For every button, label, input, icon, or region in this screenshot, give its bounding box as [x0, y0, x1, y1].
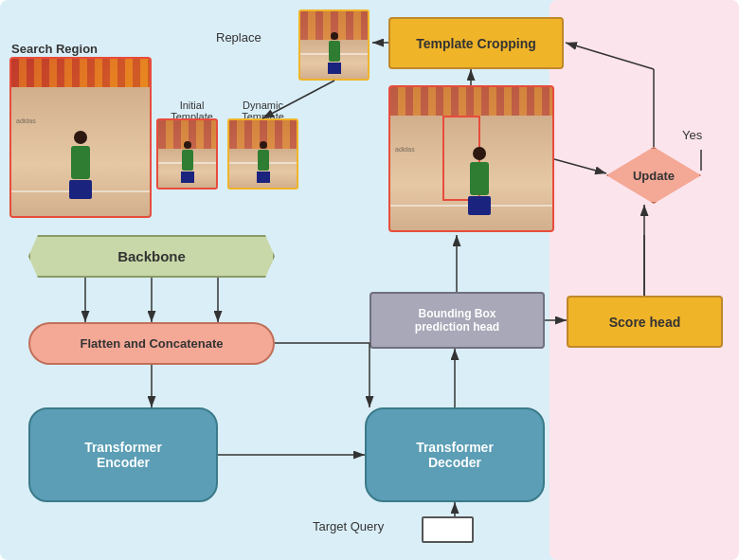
template-cropping-box: Template Cropping [388, 17, 564, 69]
flatten-concatenate-box: Flatten and Concatenate [28, 322, 275, 365]
transformer-decoder-box: Transformer Decoder [365, 407, 545, 502]
search-region-image: adidas [9, 57, 152, 218]
target-query-box [422, 516, 474, 543]
replace-image [298, 9, 370, 81]
main-container: adidas Search Region Initial Template Dy… [0, 0, 739, 560]
backbone-box: Backbone [28, 235, 275, 278]
result-image: adidas [388, 85, 554, 232]
pink-region [550, 0, 739, 560]
dynamic-template-image [227, 118, 298, 190]
replace-label: Replace [216, 30, 261, 45]
yes-label: Yes [682, 128, 702, 142]
target-query-label: Target Query [313, 519, 384, 533]
search-region-label: Search Region [11, 42, 98, 56]
score-head-box: Score head [567, 296, 723, 348]
initial-template-image [156, 118, 218, 190]
bbox-prediction-head-box: Bounding Box prediction head [370, 292, 545, 349]
transformer-encoder-box: Transformer Encoder [28, 407, 218, 502]
